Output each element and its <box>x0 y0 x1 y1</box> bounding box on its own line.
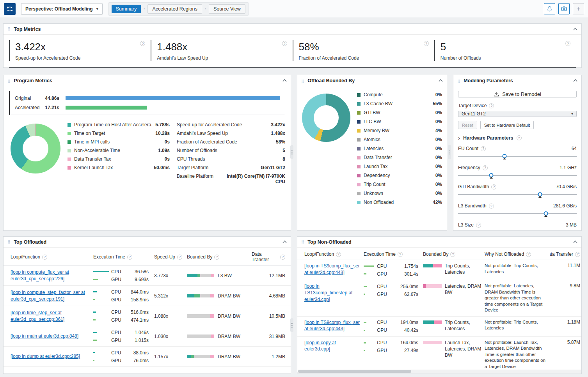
loop-link[interactable]: [loop in copy at euler3d.cpp] <box>304 340 361 353</box>
panel-splitter-handle[interactable] <box>290 145 293 159</box>
help-icon[interactable]: ? <box>489 103 494 108</box>
help-icon[interactable]: ? <box>282 41 287 46</box>
gti-bandwidth-slider[interactable] <box>458 192 577 198</box>
help-icon[interactable]: ? <box>140 41 145 46</box>
drag-grip-icon[interactable]: ⣿ <box>301 240 304 244</box>
legend-swatch <box>357 138 361 142</box>
horizontal-scrollbar[interactable] <box>298 370 581 373</box>
l3-bandwidth-slider[interactable] <box>458 211 577 217</box>
loop-link[interactable]: [loop in TS9comp_flux_ser at euler3d.cpp… <box>304 263 361 276</box>
column-header: Data Transfer? <box>550 251 581 257</box>
notifications-button[interactable] <box>544 3 555 14</box>
collapse-chevron-icon[interactable] <box>573 28 577 30</box>
bell-icon <box>547 6 552 12</box>
legend-value: 42% <box>433 200 442 205</box>
help-icon[interactable]: ? <box>517 135 522 140</box>
collapse-chevron-icon[interactable] <box>282 241 287 243</box>
gpu-time-bar <box>93 299 95 300</box>
reset-button[interactable]: Reset <box>458 121 477 129</box>
tab-accelerated-regions[interactable]: Accelerated Regions <box>147 4 202 14</box>
column-header: Execution Time? <box>93 254 154 260</box>
drag-grip-icon[interactable]: ⣿ <box>7 79 10 83</box>
tab-summary[interactable]: Summary <box>112 5 141 13</box>
perspective-dropdown[interactable]: Perspective: Offload Modeling ▾ <box>21 3 103 15</box>
drag-grip-icon[interactable]: ⣿ <box>301 79 304 83</box>
help-icon[interactable]: ? <box>481 146 486 151</box>
hardware-parameters-toggle[interactable]: › Hardware Parameters ? <box>458 135 577 141</box>
panel-title: Top Non-Offloaded <box>307 239 351 245</box>
target-device-value: Gen11 GT2 <box>462 111 486 117</box>
non-offloaded-row: [loop in TS9comp_flux_ser at euler3d.cpp… <box>297 260 581 280</box>
drag-grip-icon[interactable]: ⣿ <box>7 27 10 31</box>
help-icon[interactable]: ? <box>127 255 132 260</box>
collapse-chevron-icon[interactable] <box>573 79 577 82</box>
data-transfer-value: 9.8M <box>550 283 581 289</box>
why-not-offloaded: Not profitable: Trip Counts, Latencies <box>485 263 550 275</box>
save-to-remodel-button[interactable]: Save to Remodel <box>458 91 577 97</box>
loop-link[interactable]: [loop in compute_flux_ser at euler3d_cpu… <box>11 269 89 282</box>
loop-link[interactable]: [loop in compute_step_factor_ser at eule… <box>11 289 89 303</box>
loop-link[interactable]: [loop in main at euler3d.cpp:848] <box>11 333 78 340</box>
snapshot-button[interactable] <box>558 3 570 14</box>
top-metrics-panel: ⣿ Top Metrics 3.422x? Speed-up for Accel… <box>3 23 582 68</box>
collapse-chevron-icon[interactable] <box>282 79 287 82</box>
bounded-by-bar <box>187 314 214 318</box>
panel-splitter-handle[interactable] <box>290 318 293 332</box>
slider-label: L3 Bandwidth <box>458 203 487 209</box>
legend-item: Unknown0% <box>357 191 442 196</box>
help-icon[interactable]: ? <box>177 255 182 260</box>
gpu-time: 301.4s <box>389 271 418 277</box>
legend-swatch <box>68 123 71 127</box>
why-not-offloaded: Not profitable: Trip Counts, Latencies <box>485 319 550 331</box>
help-icon[interactable]: ? <box>424 41 429 46</box>
bounded-by-bar <box>423 284 442 288</box>
help-icon[interactable]: ? <box>526 252 531 257</box>
legend-value: 0s <box>165 156 170 162</box>
legend-swatch <box>68 132 71 135</box>
collapse-chevron-icon[interactable] <box>439 79 443 82</box>
help-icon[interactable]: ? <box>280 255 285 260</box>
collapse-chevron-icon[interactable] <box>573 241 577 243</box>
legend-value: 0% <box>435 110 442 115</box>
help-icon[interactable]: ? <box>398 252 403 257</box>
help-icon[interactable]: ? <box>483 165 488 170</box>
help-icon[interactable]: ? <box>214 255 219 260</box>
help-icon[interactable]: ? <box>42 255 47 260</box>
data-transfer-value: 11.1M <box>550 263 581 268</box>
column-header: Loop/Function? <box>11 254 93 260</box>
help-icon[interactable]: ? <box>489 204 494 209</box>
slider-default-marker <box>544 215 547 217</box>
target-device-select[interactable]: Gen11 GT2 ▾ <box>458 111 577 117</box>
eu-count-slider[interactable] <box>458 154 577 160</box>
offloaded-row: [loop in time_step_ser at euler3d_cpu_se… <box>4 306 291 326</box>
help-icon[interactable]: ? <box>476 223 481 228</box>
program-stats: Speed-up for Accelerated Code3.422x Amda… <box>177 121 285 184</box>
loop-link[interactable]: [loop in time_step_ser at euler3d_cpu_se… <box>11 310 89 323</box>
legend-item: Trip Count0% <box>357 182 442 187</box>
gpu-time-bar <box>364 330 365 331</box>
bounded-by-label: DRAM BW <box>218 354 240 359</box>
scrollbar-thumb[interactable] <box>298 370 411 373</box>
loop-link[interactable]: [loop in TS9comp_flux_ser at euler3d.cpp… <box>304 319 361 333</box>
help-icon[interactable]: ? <box>565 41 570 46</box>
tab-source-view[interactable]: Source View <box>209 4 245 14</box>
bounded-by-donut-chart <box>302 94 350 142</box>
frequency-slider[interactable] <box>458 173 577 179</box>
cpu-time: 516.0ms <box>123 310 149 315</box>
drag-grip-icon[interactable]: ⣿ <box>457 79 460 83</box>
add-panel-button[interactable]: + <box>573 3 584 14</box>
bar-label: Accelerated <box>15 105 41 110</box>
help-icon[interactable]: ? <box>450 252 455 257</box>
panel-splitter-handle[interactable] <box>448 145 451 159</box>
loop-link[interactable]: [loop in TS13comp_timestep at euler3d.cp… <box>304 283 361 303</box>
drag-grip-icon[interactable]: ⣿ <box>7 240 10 244</box>
loop-link[interactable]: [loop in dump at euler3d.cpp:285] <box>11 353 80 360</box>
table-body: [loop in TS9comp_flux_ser at euler3d.cpp… <box>297 260 581 373</box>
data-transfer-value: 12.1MB <box>252 273 291 278</box>
legend-label: LLC BW <box>364 119 432 124</box>
legend-value: 50.0ms <box>154 165 170 170</box>
help-icon[interactable]: ? <box>336 252 341 257</box>
set-hardware-default-button[interactable]: Set to Hardware Default <box>480 121 534 129</box>
help-icon[interactable]: ? <box>575 252 580 257</box>
help-icon[interactable]: ? <box>491 184 496 189</box>
